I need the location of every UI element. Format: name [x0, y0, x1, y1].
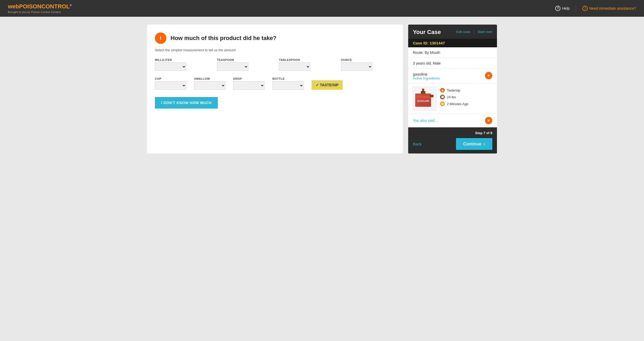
case-product-info: gasoline Active Ingredients	[413, 72, 440, 80]
continue-button[interactable]: Continue ›	[456, 138, 492, 150]
measure-bottle: BOTTLE 12	[272, 77, 304, 90]
svg-rect-6	[422, 89, 424, 90]
measure-teaspoon: TEASPOON 0.512	[217, 58, 271, 71]
measure-bottle-label: BOTTLE	[272, 77, 304, 80]
measure-tablespoon-label: TABLESPOON	[279, 58, 333, 61]
logo-poison: POISON	[19, 3, 42, 10]
measurement-grid-row1: MILLILITER 12510 TEASPOON 0.512 TABLESPO…	[155, 58, 395, 71]
step-icon: !	[155, 32, 166, 44]
svg-rect-2	[416, 96, 431, 98]
measure-drop: DROP 125	[233, 77, 265, 90]
detail-taste: 🍵 Taste/sip	[440, 88, 468, 93]
case-actions: Edit case | Start over	[456, 30, 492, 35]
svg-rect-7	[430, 95, 434, 97]
case-route-text: Route: By Mouth	[413, 50, 440, 55]
case-header: Your Case Edit case | Start over	[408, 25, 497, 39]
measure-ounce-select[interactable]: 1248	[341, 62, 372, 71]
main-content: ! How much of this product did he take? …	[139, 17, 505, 161]
measure-cup-label: CUP	[155, 77, 186, 80]
measurement-row2: CUP 0.250.51 SWALLOW 123 DROP 125	[155, 77, 395, 90]
measure-milliliter-label: MILLILITER	[155, 58, 209, 61]
logo-reg: ®	[70, 4, 72, 7]
header-actions: ? Help ! Need immediate assistance?	[555, 6, 636, 11]
measure-milliliter: MILLILITER 12510	[155, 58, 209, 71]
step-info: Step 7 of 9	[413, 131, 492, 135]
detail-time-text: 2 Minutes Ago	[447, 102, 468, 106]
left-panel: ! How much of this product did he take? …	[147, 25, 403, 154]
case-details-row: GASOLINE	[408, 84, 497, 114]
measure-tablespoon-select[interactable]: 123	[279, 62, 310, 71]
time-icon: 🕐	[440, 101, 445, 106]
taste-sip-button[interactable]: ✓ TASTE/SIP	[312, 80, 343, 90]
svg-text:GASOLINE: GASOLINE	[417, 100, 429, 102]
case-product-row: gasoline Active Ingredients ▼	[408, 69, 497, 84]
help-button[interactable]: ? Help	[555, 6, 570, 11]
continue-arrow-icon: ›	[483, 141, 485, 147]
detail-taste-text: Taste/sip	[447, 88, 460, 92]
continue-label: Continue	[463, 142, 481, 146]
case-you-also-said-row: You also said… ▼	[408, 114, 497, 127]
measure-swallow-select[interactable]: 123	[194, 81, 225, 90]
measure-bottle-select[interactable]: 12	[272, 81, 304, 90]
footer-actions: Back Continue ›	[413, 138, 492, 150]
measure-cup: CUP 0.250.51	[155, 77, 186, 90]
case-product-name: gasoline	[413, 72, 440, 76]
measure-milliliter-select[interactable]: 12510	[155, 62, 186, 71]
taste-sip-label: ✓ TASTE/SIP	[316, 83, 338, 87]
active-ingredients-link[interactable]: Active Ingredients	[413, 76, 440, 80]
measure-ounce-label: OUNCE	[341, 58, 395, 61]
case-title: Your Case	[413, 29, 441, 36]
question-title: How much of this product did he take?	[171, 35, 277, 42]
measure-cup-select[interactable]: 0.250.51	[155, 81, 186, 90]
logo-subtitle: Brought to you by Poison Control Centers	[8, 10, 72, 14]
warning-icon: !	[582, 6, 588, 11]
header-divider	[576, 6, 576, 11]
case-id-label: Case ID: 1301447	[413, 41, 445, 45]
measure-teaspoon-label: TEASPOON	[217, 58, 271, 61]
dont-know-label: I DON'T KNOW HOW MUCH	[161, 101, 212, 105]
help-label: Help	[562, 6, 570, 10]
measure-drop-select[interactable]: 125	[233, 81, 265, 90]
case-body: Route: By Mouth 3 years old, Male gasoli…	[408, 47, 497, 127]
case-id-bar: Case ID: 1301447	[408, 39, 497, 47]
back-button[interactable]: Back	[413, 142, 421, 146]
right-panel: Your Case Edit case | Start over Case ID…	[408, 25, 497, 154]
logo: webPOISONCONTROL® Brought to you by Pois…	[8, 3, 72, 14]
case-patient: 3 years old, Male	[408, 58, 497, 69]
detail-time: 🕐 2 Minutes Ago	[440, 101, 468, 106]
question-header: ! How much of this product did he take?	[155, 32, 395, 44]
header: webPOISONCONTROL® Brought to you by Pois…	[0, 0, 644, 17]
gasoline-can-svg: GASOLINE	[413, 87, 436, 110]
case-patient-text: 3 years old, Male	[413, 61, 441, 65]
product-expand-button[interactable]: ▼	[485, 72, 492, 79]
taste-icon: 🍵	[440, 88, 445, 93]
edit-case-button[interactable]: Edit case	[456, 30, 470, 35]
logo-web: web	[8, 3, 19, 10]
case-footer: Step 7 of 9 Back Continue ›	[408, 127, 497, 154]
logo-text: webPOISONCONTROL®	[8, 3, 72, 10]
step-icon-symbol: !	[160, 35, 162, 41]
assistance-button[interactable]: ! Need immediate assistance?	[582, 6, 636, 11]
weight-icon: ⬜	[440, 95, 445, 99]
question-subtitle: Select the simplist measurement to tell …	[155, 48, 395, 52]
said-expand-button[interactable]: ▼	[485, 117, 492, 124]
case-route: Route: By Mouth	[408, 47, 497, 58]
you-also-said-link[interactable]: You also said…	[413, 118, 438, 123]
measure-ounce: OUNCE 1248	[341, 58, 395, 71]
detail-weight-text: 24 lbs	[447, 95, 456, 99]
measure-drop-label: DROP	[233, 77, 265, 80]
measure-swallow-label: SWALLOW	[194, 77, 225, 80]
start-over-button[interactable]: Start over	[478, 30, 492, 35]
measure-swallow: SWALLOW 123	[194, 77, 225, 90]
measure-teaspoon-select[interactable]: 0.512	[217, 62, 248, 71]
measure-tablespoon: TABLESPOON 123	[279, 58, 333, 71]
assistance-label: Need immediate assistance?	[589, 6, 636, 10]
detail-list: 🍵 Taste/sip ⬜ 24 lbs 🕐 2 Minutes Ago	[440, 87, 468, 110]
detail-weight: ⬜ 24 lbs	[440, 95, 468, 99]
logo-control: CONTROL	[41, 3, 70, 10]
dont-know-button[interactable]: I DON'T KNOW HOW MUCH	[155, 97, 218, 109]
help-icon: ?	[555, 6, 560, 11]
case-actions-divider: |	[473, 30, 474, 35]
product-image: GASOLINE	[413, 87, 436, 110]
